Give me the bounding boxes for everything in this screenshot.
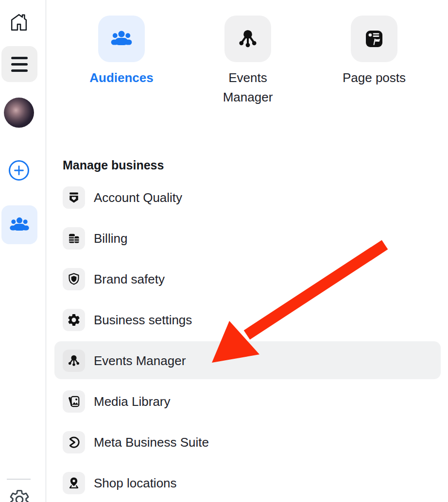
shop-locations-icon <box>63 472 85 494</box>
menu-item-events-manager[interactable]: Events Manager <box>63 340 186 381</box>
shortcut-events-manager[interactable] <box>224 16 271 62</box>
events-manager-icon <box>63 350 85 372</box>
menu-item-meta-business-suite[interactable]: Meta Business Suite <box>63 422 209 463</box>
brand-safety-icon <box>63 268 85 290</box>
hamburger-menu-button[interactable] <box>1 46 37 82</box>
account-quality-icon <box>63 186 85 209</box>
menu-item-label: Brand safety <box>94 272 165 287</box>
shortcut-audiences[interactable] <box>98 16 145 62</box>
menu-item-account-quality[interactable]: Account Quality <box>63 177 182 218</box>
rail-divider <box>7 479 31 480</box>
media-library-icon <box>63 390 85 413</box>
settings-button[interactable] <box>8 488 31 502</box>
shortcut-events-manager-label[interactable]: Events Manager <box>214 68 282 107</box>
menu-item-media-library[interactable]: Media Library <box>63 381 171 422</box>
menu-item-billing[interactable]: Billing <box>63 218 127 259</box>
menu-item-label: Media Library <box>94 394 171 409</box>
home-button[interactable] <box>8 11 30 33</box>
gear-icon <box>8 488 31 502</box>
shortcut-page-posts[interactable] <box>351 16 397 62</box>
people-icon <box>109 27 134 51</box>
shortcut-audiences-label[interactable]: Audiences <box>73 68 170 87</box>
hamburger-icon <box>11 57 28 59</box>
section-title: Manage business <box>63 158 164 172</box>
shortcut-page-posts-label[interactable]: Page posts <box>326 68 423 87</box>
business-settings-icon <box>63 309 85 331</box>
plus-circle-icon <box>8 160 30 181</box>
home-icon <box>8 11 30 33</box>
menu-item-label: Billing <box>94 231 127 246</box>
avatar <box>4 98 34 128</box>
menu-item-label: Business settings <box>94 313 192 328</box>
menu-item-label: Account Quality <box>94 190 182 205</box>
page-posts-icon <box>362 27 386 50</box>
audiences-people-icon <box>8 214 31 236</box>
menu-item-label: Meta Business Suite <box>94 435 209 450</box>
menu-item-shop-locations[interactable]: Shop locations <box>63 463 177 502</box>
menu-item-label: Shop locations <box>94 476 177 491</box>
events-manager-icon <box>236 27 259 50</box>
rail-item-audiences[interactable] <box>1 205 37 244</box>
facebook-menu-page: Audiences Events Manager <box>0 0 448 502</box>
create-button[interactable] <box>8 160 30 181</box>
meta-business-suite-icon <box>63 431 85 453</box>
menu-item-label: Events Manager <box>94 353 186 368</box>
menu-item-business-settings[interactable]: Business settings <box>63 300 192 340</box>
menu-item-brand-safety[interactable]: Brand safety <box>63 259 165 300</box>
billing-icon <box>63 227 85 250</box>
profile-button[interactable] <box>4 98 34 128</box>
left-rail <box>0 0 46 502</box>
